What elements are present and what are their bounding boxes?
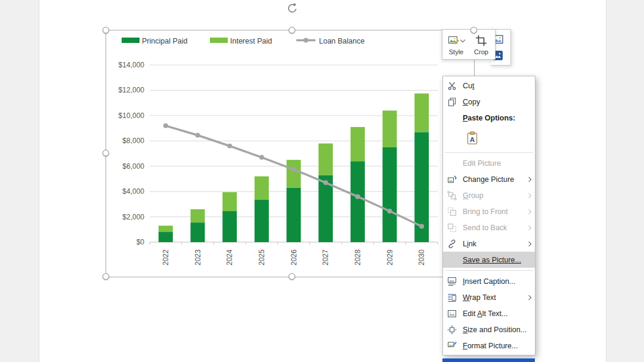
loan-amortization-chart[interactable]: $0$2,000$4,000$6,000$8,000$10,000$12,000… [106,30,474,277]
format-picture-icon [447,341,458,351]
svg-text:Principal Paid: Principal Paid [142,37,187,45]
selection-handle-bottom-left[interactable] [103,273,109,280]
svg-text:2022: 2022 [162,249,170,265]
submenu-arrow-icon [527,177,531,181]
svg-text:2028: 2028 [354,249,362,265]
context-menu: CutCopyPaste Options:AEdit PictureChange… [442,76,535,355]
menu-item-link[interactable]: Link [443,236,535,252]
submenu-arrow-icon [527,193,531,197]
menu-item-label: Send to Back [463,224,525,232]
menu-item-label: Wrap Text [463,293,525,302]
mini-toolbar: Style Crop [442,29,496,60]
caption-icon [447,277,458,286]
link-icon [447,239,458,249]
svg-text:$6,000: $6,000 [122,162,144,171]
selection-handle-top-middle[interactable] [289,27,295,33]
svg-text:$2,000: $2,000 [122,213,144,221]
svg-text:Loan Balance: Loan Balance [319,37,365,45]
crop-icon [475,35,487,49]
size-position-icon [447,325,458,335]
chevron-down-icon [460,38,465,42]
menu-separator [445,152,533,153]
menu-item-label: Change Picture [463,175,525,184]
menu-item-label: Cut [463,82,531,90]
svg-text:A: A [470,135,475,143]
submenu-arrow-icon [527,295,531,299]
svg-text:2030: 2030 [417,249,426,265]
svg-text:$4,000: $4,000 [122,187,144,196]
menu-item-change-picture[interactable]: Change Picture [443,171,535,187]
selection-handle-top-right[interactable] [470,27,477,33]
menu-item-label: Edit Picture [463,159,531,168]
status-bar-fragment [442,358,535,362]
alt-text-icon [447,309,458,318]
svg-text:$12,000: $12,000 [119,86,145,94]
menu-separator [445,270,533,271]
menu-item-label: Format Picture... [463,342,531,350]
menu-item-format-picture[interactable]: Format Picture... [443,338,535,354]
wrap-text-icon [447,293,458,302]
svg-text:2027: 2027 [321,249,330,265]
copy-icon [447,97,458,107]
empty-icon-space [447,159,458,168]
chart-y-axis-labels: $0$2,000$4,000$6,000$8,000$10,000$12,000… [119,61,145,246]
menu-item-wrap-text[interactable]: Wrap Text [443,289,535,305]
selection-handle-top-left[interactable] [103,27,109,33]
menu-item-label: Insert Caption... [463,277,531,286]
empty-icon-space [447,113,458,123]
menu-item-label: Bring to Front [463,208,525,216]
menu-item-cut[interactable]: Cut [443,78,535,94]
send-to-back-icon [447,223,458,233]
paste-options-row: A [443,126,535,150]
chart-x-axis-labels: 202220232024202520262027202820292030 [162,249,426,265]
svg-text:$8,000: $8,000 [122,137,144,145]
selection-handle-bottom-middle[interactable] [289,273,295,280]
submenu-arrow-icon [527,209,531,214]
svg-text:$14,000: $14,000 [119,61,145,69]
menu-item-save-as-picture[interactable]: Save as Picture... [443,252,535,268]
svg-text:2023: 2023 [194,249,202,265]
submenu-arrow-icon [527,225,531,230]
menu-item-copy[interactable]: Copy [443,94,535,110]
menu-item-bring-to-front: Bring to Front [443,203,535,219]
submenu-arrow-icon [527,241,531,246]
style-button-label: Style [449,48,463,55]
rotate-handle[interactable] [286,2,299,16]
menu-item-group: Group [443,187,535,203]
menu-item-label: Paste Options: [463,114,531,122]
menu-item-size-and-position[interactable]: Size and Position... [443,321,535,338]
bring-to-front-icon [447,207,458,216]
chart-legend: Principal PaidInterest PaidLoan Balance [122,37,365,45]
menu-item-edit-alt-text[interactable]: Edit Alt Text... [443,305,535,321]
group-icon [447,191,458,200]
menu-item-send-to-back: Send to Back [443,219,535,236]
svg-text:$0: $0 [137,238,145,246]
scissors-icon [447,81,458,91]
menu-item-label: Save as Picture... [463,256,531,264]
empty-icon-space [447,255,458,265]
crop-button[interactable]: Crop [469,32,494,57]
svg-text:2026: 2026 [290,249,298,265]
menu-item-label: Size and Position... [463,326,531,334]
paste-option-button[interactable]: A [463,128,482,147]
menu-item-paste-options: Paste Options: [443,110,535,126]
svg-text:2025: 2025 [258,249,266,265]
crop-button-label: Crop [474,48,488,55]
svg-text:$10,000: $10,000 [119,112,145,120]
menu-item-insert-caption[interactable]: Insert Caption... [443,273,535,289]
svg-text:Interest Paid: Interest Paid [230,37,272,45]
svg-text:2024: 2024 [225,249,234,265]
menu-item-label: Link [463,240,525,248]
svg-text:2029: 2029 [386,249,394,265]
style-button[interactable]: Style [444,32,469,57]
word-canvas: $0$2,000$4,000$6,000$8,000$10,000$12,000… [0,0,644,362]
menu-item-label: Group [463,191,525,200]
menu-item-edit-picture: Edit Picture [443,155,535,171]
selection-handle-middle-left[interactable] [103,150,109,156]
menu-item-label: Copy [463,98,531,106]
menu-item-label: Edit Alt Text... [463,310,531,318]
picture-style-icon [448,35,460,49]
change-picture-icon [447,175,458,184]
